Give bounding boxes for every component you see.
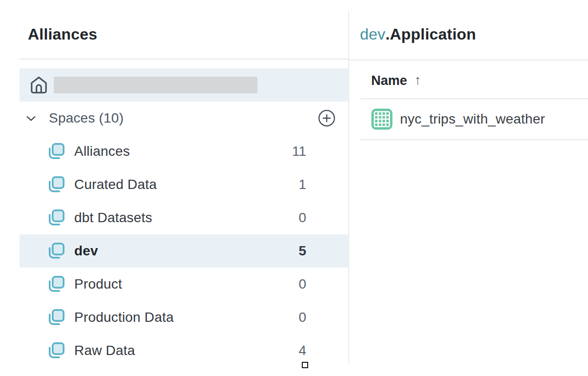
space-icon xyxy=(46,174,66,195)
arrow-up-icon[interactable]: ↑ xyxy=(415,73,421,88)
space-icon xyxy=(46,273,66,295)
sidebar-item-dbt-datasets[interactable]: dbt Datasets 0 xyxy=(20,201,348,234)
breadcrumb-entity: Application xyxy=(390,25,476,43)
table-grid-icon xyxy=(371,108,393,130)
space-count: 11 xyxy=(292,144,306,159)
table-row[interactable]: nyc_trips_with_weather xyxy=(349,99,588,139)
sidebar-item-dev[interactable]: dev 5 xyxy=(20,234,348,268)
space-name: Production Data xyxy=(74,310,174,325)
space-icon xyxy=(46,141,66,162)
chevron-down-icon[interactable] xyxy=(25,112,37,125)
table-row-divider xyxy=(360,139,588,140)
space-count: 1 xyxy=(298,177,306,192)
add-space-button[interactable] xyxy=(318,109,336,127)
sidebar-item-curated-data[interactable]: Curated Data 1 xyxy=(20,168,348,201)
table-header-row: Name ↑ xyxy=(349,63,588,98)
spaces-section-header[interactable]: Spaces (10) xyxy=(20,102,348,135)
space-icon xyxy=(46,207,66,229)
sidebar-item-product[interactable]: Product 0 xyxy=(20,268,348,301)
breadcrumb: dev.Application xyxy=(360,25,476,43)
space-count: 0 xyxy=(298,310,306,325)
spaces-section-label: Spaces (10) xyxy=(49,110,124,126)
sidebar-title-divider xyxy=(20,59,348,60)
sidebar-item-raw-data[interactable]: Raw Data 4 xyxy=(20,334,348,367)
space-count: 4 xyxy=(298,343,306,358)
space-count: 5 xyxy=(298,243,306,259)
column-header-name[interactable]: Name xyxy=(371,73,407,88)
space-name: Raw Data xyxy=(74,343,135,358)
space-name: dbt Datasets xyxy=(74,210,152,226)
sidebar-title: Alliances xyxy=(28,25,97,43)
space-icon xyxy=(46,340,66,361)
home-row[interactable] xyxy=(20,68,348,102)
space-name: Curated Data xyxy=(74,177,157,192)
breadcrumb-separator: . xyxy=(385,25,390,43)
space-count: 0 xyxy=(298,210,306,226)
space-name: dev xyxy=(74,243,98,259)
sidebar-item-alliances[interactable]: Alliances 11 xyxy=(20,135,348,168)
sidebar-item-production-data[interactable]: Production Data 0 xyxy=(20,301,348,334)
space-icon xyxy=(46,240,66,262)
space-name: Alliances xyxy=(74,144,130,159)
app-window: Alliances Spaces (10) xyxy=(0,0,588,376)
dataset-name: nyc_trips_with_weather xyxy=(400,111,545,127)
space-icon xyxy=(46,307,66,328)
space-count: 0 xyxy=(298,276,306,292)
breadcrumb-space-link[interactable]: dev xyxy=(360,25,385,43)
space-name: Product xyxy=(74,276,122,292)
right-panel-title-divider xyxy=(349,60,588,61)
home-icon xyxy=(29,75,49,95)
redacted-text-placeholder xyxy=(54,77,257,93)
small-square-marker xyxy=(302,362,308,368)
